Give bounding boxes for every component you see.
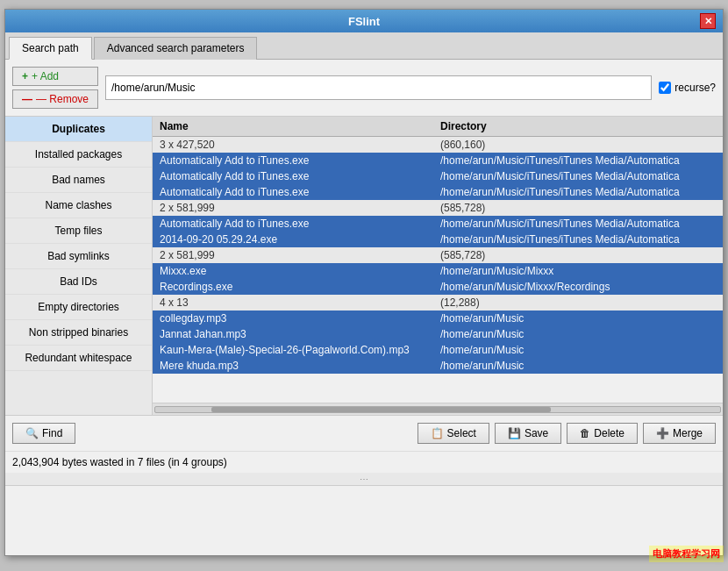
bottom-panel bbox=[5, 485, 723, 555]
cell-directory: (585,728) bbox=[433, 249, 723, 261]
cell-name: Mere khuda.mp3 bbox=[153, 360, 433, 372]
action-buttons: 📋 Select 💾 Save 🗑 Delete ➕ Merge bbox=[418, 423, 716, 444]
window-title: FSlint bbox=[28, 15, 700, 28]
watermark: 电脑教程学习网 bbox=[649, 546, 724, 562]
sidebar-item-duplicates[interactable]: Duplicates bbox=[5, 117, 152, 142]
table-row[interactable]: 2 x 581,999(585,728) bbox=[153, 247, 723, 263]
cell-directory: /home/arun/Music bbox=[433, 312, 723, 325]
cell-name: 3 x 427,520 bbox=[153, 139, 433, 151]
cell-directory: /home/arun/Music/iTunes/iTunes Media/Aut… bbox=[433, 186, 723, 198]
status-text: 2,043,904 bytes wasted in 7 files (in 4 … bbox=[12, 456, 227, 468]
cell-name: collegday.mp3 bbox=[153, 312, 433, 325]
table-header: Name Directory bbox=[153, 117, 723, 137]
sidebar-item-non-stripped[interactable]: Non stripped binaries bbox=[5, 320, 152, 346]
cell-name: Mixxx.exe bbox=[153, 265, 433, 277]
save-icon: 💾 bbox=[508, 427, 521, 439]
tab-advanced[interactable]: Advanced search parameters bbox=[94, 37, 258, 60]
cell-name: 4 x 13 bbox=[153, 296, 433, 309]
select-icon: 📋 bbox=[431, 427, 444, 439]
cell-name: Automatically Add to iTunes.exe bbox=[153, 186, 433, 198]
cell-name: Recordings.exe bbox=[153, 281, 433, 293]
path-buttons: + + Add — — Remove bbox=[12, 67, 98, 109]
table-row[interactable]: 4 x 13(12,288) bbox=[153, 295, 723, 310]
table-row[interactable]: Mere khuda.mp3/home/arun/Music bbox=[153, 358, 723, 374]
delete-icon: 🗑 bbox=[580, 427, 590, 439]
cell-name: 2 x 581,999 bbox=[153, 202, 433, 214]
header-directory: Directory bbox=[433, 120, 723, 132]
cell-name: 2 x 581,999 bbox=[153, 249, 433, 261]
merge-button[interactable]: ➕ Merge bbox=[643, 423, 716, 444]
find-button[interactable]: 🔍 Find bbox=[12, 423, 75, 444]
table-row[interactable]: 3 x 427,520(860,160) bbox=[153, 137, 723, 153]
cell-directory: /home/arun/Music/iTunes/iTunes Media/Aut… bbox=[433, 218, 723, 230]
sidebar-item-name-clashes[interactable]: Name clashes bbox=[5, 193, 152, 218]
bottom-action-bar: 🔍 Find 📋 Select 💾 Save 🗑 Delete ➕ Merge bbox=[5, 415, 723, 451]
table-row[interactable]: Kaun-Mera-(Male)-Special-26-(Pagalworld.… bbox=[153, 342, 723, 358]
resize-handle[interactable]: ⋯ bbox=[5, 473, 723, 485]
horizontal-scrollbar[interactable] bbox=[153, 403, 723, 415]
add-button[interactable]: + + Add bbox=[12, 67, 98, 86]
cell-name: Automatically Add to iTunes.exe bbox=[153, 170, 433, 182]
scrollbar-track[interactable] bbox=[154, 406, 721, 413]
tab-bar: Search path Advanced search parameters bbox=[5, 32, 723, 60]
merge-icon: ➕ bbox=[656, 427, 669, 439]
cell-name: 2014-09-20 05.29.24.exe bbox=[153, 233, 433, 246]
cell-directory: /home/arun/Music bbox=[433, 328, 723, 340]
close-button[interactable]: ✕ bbox=[700, 13, 716, 29]
cell-directory: /home/arun/Music/Mixxx bbox=[433, 265, 723, 277]
sidebar: Duplicates Installed packages Bad names … bbox=[5, 117, 153, 415]
header-name: Name bbox=[153, 120, 433, 132]
sidebar-item-temp-files[interactable]: Temp files bbox=[5, 218, 152, 244]
plus-icon: + bbox=[22, 70, 28, 82]
cell-directory: /home/arun/Music bbox=[433, 344, 723, 356]
table-row[interactable]: collegday.mp3/home/arun/Music bbox=[153, 310, 723, 326]
path-input[interactable] bbox=[105, 75, 652, 100]
table-row[interactable]: Automatically Add to iTunes.exe/home/aru… bbox=[153, 216, 723, 232]
cell-directory: (585,728) bbox=[433, 202, 723, 214]
search-icon: 🔍 bbox=[25, 427, 39, 439]
table-row[interactable]: 2 x 581,999(585,728) bbox=[153, 200, 723, 216]
sidebar-item-empty-directories[interactable]: Empty directories bbox=[5, 295, 152, 320]
cell-directory: (12,288) bbox=[433, 296, 723, 309]
minus-icon: — bbox=[22, 93, 32, 105]
table-row[interactable]: Jannat Jahan.mp3/home/arun/Music bbox=[153, 326, 723, 342]
sidebar-item-installed-packages[interactable]: Installed packages bbox=[5, 142, 152, 168]
cell-directory: /home/arun/Music/iTunes/iTunes Media/Aut… bbox=[433, 170, 723, 182]
table-row[interactable]: Automatically Add to iTunes.exe/home/aru… bbox=[153, 168, 723, 184]
cell-directory: /home/arun/Music/Mixxx/Recordings bbox=[433, 281, 723, 293]
search-path-panel: + + Add — — Remove recurse? bbox=[5, 60, 723, 117]
recurse-label: recurse? bbox=[674, 82, 716, 94]
cell-name: Jannat Jahan.mp3 bbox=[153, 328, 433, 340]
scrollbar-thumb[interactable] bbox=[211, 407, 550, 412]
table-row[interactable]: Automatically Add to iTunes.exe/home/aru… bbox=[153, 153, 723, 168]
recurse-area: recurse? bbox=[659, 82, 716, 94]
sidebar-item-bad-ids[interactable]: Bad IDs bbox=[5, 269, 152, 295]
delete-button[interactable]: 🗑 Delete bbox=[567, 423, 638, 444]
table-row[interactable]: Mixxx.exe/home/arun/Music/Mixxx bbox=[153, 263, 723, 279]
cell-directory: /home/arun/Music/iTunes/iTunes Media/Aut… bbox=[433, 233, 723, 246]
cell-name: Automatically Add to iTunes.exe bbox=[153, 154, 433, 167]
status-bar: 2,043,904 bytes wasted in 7 files (in 4 … bbox=[5, 451, 723, 473]
resize-icon: ⋯ bbox=[360, 475, 368, 484]
select-button[interactable]: 📋 Select bbox=[418, 423, 489, 444]
main-window: FSlint ✕ Search path Advanced search par… bbox=[4, 9, 724, 556]
title-bar: FSlint ✕ bbox=[5, 10, 723, 32]
recurse-checkbox[interactable] bbox=[659, 82, 671, 94]
cell-directory: (860,160) bbox=[433, 139, 723, 151]
tab-search-path[interactable]: Search path bbox=[9, 37, 92, 60]
sidebar-item-bad-names[interactable]: Bad names bbox=[5, 168, 152, 193]
table-row[interactable]: 2014-09-20 05.29.24.exe/home/arun/Music/… bbox=[153, 232, 723, 247]
sidebar-item-bad-symlinks[interactable]: Bad symlinks bbox=[5, 244, 152, 269]
table-body[interactable]: 3 x 427,520(860,160)Automatically Add to… bbox=[153, 137, 723, 403]
cell-directory: /home/arun/Music/iTunes/iTunes Media/Aut… bbox=[433, 154, 723, 167]
remove-button[interactable]: — — Remove bbox=[12, 89, 98, 109]
sidebar-item-redundant-whitespace[interactable]: Redundant whitespace bbox=[5, 346, 152, 371]
table-row[interactable]: Automatically Add to iTunes.exe/home/aru… bbox=[153, 184, 723, 200]
cell-name: Automatically Add to iTunes.exe bbox=[153, 218, 433, 230]
table-row[interactable]: Recordings.exe/home/arun/Music/Mixxx/Rec… bbox=[153, 279, 723, 295]
table-area: Name Directory 3 x 427,520(860,160)Autom… bbox=[153, 117, 723, 415]
cell-directory: /home/arun/Music bbox=[433, 360, 723, 372]
main-content: Duplicates Installed packages Bad names … bbox=[5, 117, 723, 415]
save-button[interactable]: 💾 Save bbox=[495, 423, 561, 444]
cell-name: Kaun-Mera-(Male)-Special-26-(Pagalworld.… bbox=[153, 344, 433, 356]
